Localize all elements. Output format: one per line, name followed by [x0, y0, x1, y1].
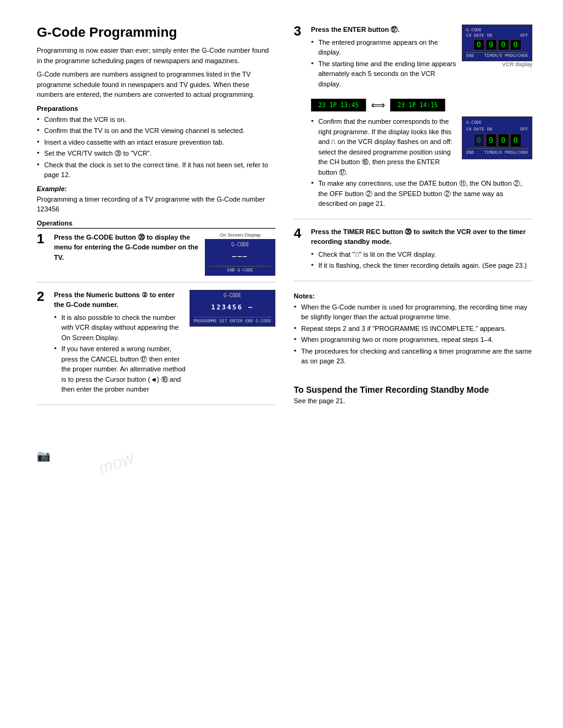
step-4: 4 Press the TIMER REC button ⑳ to switch…	[294, 227, 532, 281]
main-content: G-Code Programming Programming is now ea…	[37, 25, 532, 412]
suspend-title: To Suspend the Timer Recording Standby M…	[294, 385, 532, 395]
step-2-screen-area: G-CODE 123456 — PROGRAMME SET ENTER END …	[190, 290, 275, 398]
screen-1-line1: G-CODE	[209, 242, 271, 248]
note-3: When programming two or more programmes,…	[294, 335, 532, 345]
example-text: Programming a timer recording of a TV pr…	[37, 194, 275, 214]
prep-item-5: Check that the clock is set to the corre…	[37, 160, 275, 180]
intro-para-1: Programming is now easier than ever; sim…	[37, 45, 275, 66]
prep-item-3: Insert a video cassette with an intact e…	[37, 137, 275, 148]
left-column: G-Code Programming Programming is now ea…	[37, 25, 275, 412]
note-4: The procedures for checking and cancelli…	[294, 346, 532, 366]
screen-1-line3: END G-CODE	[209, 266, 271, 273]
vcr-img1-bottom: ENDTIMER/E PROG/CHEK	[466, 52, 528, 58]
step-4-item-1: Check that "⎍" is lit on the VCR display…	[311, 249, 532, 260]
step-4-bullets: Check that "⎍" is lit on the VCR display…	[311, 249, 532, 271]
step-2-title: Press the Numeric buttons ② to enter the…	[54, 290, 186, 310]
step-3-bullets1: The entered programme appears on the dis…	[311, 37, 458, 89]
vcr-screen-2: 23 1P 14:15	[390, 99, 445, 112]
step-2-bullets: It is also possible to check the number …	[54, 313, 186, 395]
step-3-item-1: The entered programme appears on the dis…	[311, 37, 458, 58]
notes-list: When the G-Code number is used for progr…	[294, 302, 532, 366]
step-2-text: Press the Numeric buttons ② to enter the…	[54, 290, 186, 398]
vcr-img1-top: G-CODE	[466, 28, 528, 32]
right-column: 3 Press the ENTER button ⑰. The entered …	[294, 25, 532, 412]
intro-para-2: G-Code numbers are numbers assigned to p…	[37, 69, 275, 100]
step-1-screen-area: On Screen Display G-CODE ——— END G-CODE	[205, 232, 275, 276]
note-1: When the G-Code number is used for progr…	[294, 302, 532, 322]
vcr-img2-top: G-CODE	[466, 119, 528, 126]
vcr-img2-digits: 0 9 0 0	[466, 134, 528, 147]
vcr-img2-bottom: ENDTIMER/E PROG/CHEK	[466, 148, 528, 156]
step-3-content: Press the ENTER button ⑰. The entered pr…	[311, 25, 532, 213]
step-3-title: Press the ENTER button ⑰.	[311, 25, 458, 35]
vcr-displays: 23 1P 13:45 ⟺ 23 1P 14:15	[311, 99, 532, 112]
vcr-screen-1: 23 1P 13:45	[311, 99, 366, 112]
step-1-content: Press the G-CODE button ⑳ to display the…	[54, 232, 275, 276]
step-4-number: 4	[294, 227, 306, 275]
screen-1-line2: ———	[209, 252, 271, 260]
on-screen-label-1: On Screen Display	[205, 232, 275, 238]
prep-item-4: Set the VCR/TV switch ⑳ to "VCR".	[37, 148, 275, 159]
step-3-number: 3	[294, 25, 306, 213]
vcr-img1-row1: CH DATE ONOFF	[466, 33, 528, 38]
vcr-image-1: G-CODE CH DATE ONOFF 0 9 0 0	[462, 25, 532, 61]
notes-section: Notes: When the G-Code number is used fo…	[294, 290, 532, 366]
prep-item-1: Confirm that the VCR is on.	[37, 115, 275, 125]
vcr-image-2: G-CODE CH DATE ONOFF 0 9 0	[462, 116, 532, 159]
step-1-number: 1	[37, 232, 49, 276]
preparations-list: Confirm that the VCR is on. Confirm that…	[37, 115, 275, 180]
step-3-inner: Press the ENTER button ⑰. The entered pr…	[311, 25, 532, 93]
step-1-inner: Press the G-CODE button ⑳ to display the…	[54, 232, 275, 276]
step-3-item-3: Confirm that the number corresponds to t…	[311, 116, 532, 177]
screen-2-line1: G-CODE	[194, 293, 271, 298]
screen-2-line3: PROGRAMME SET ENTER END G-CODE	[194, 317, 271, 324]
step-3-item3-img: G-CODE CH DATE ONOFF 0 9 0	[462, 116, 532, 177]
step-3: 3 Press the ENTER button ⑰. The entered …	[294, 25, 532, 219]
footer-icon: 📷	[37, 449, 50, 463]
arrow-icon: ⟺	[371, 99, 385, 111]
screen-2: G-CODE 123456 — PROGRAMME SET ENTER END …	[190, 290, 275, 327]
operations-heading: Operations	[37, 219, 275, 229]
step-2-number: 2	[37, 290, 49, 398]
suspend-section: To Suspend the Timer Recording Standby M…	[294, 385, 532, 404]
step-2-item-1: It is also possible to check the number …	[54, 313, 186, 343]
step-2-content: Press the Numeric buttons ② to enter the…	[54, 290, 275, 398]
step-3-bullets2: Confirm that the number corresponds to t…	[311, 116, 532, 209]
prep-item-2: Confirm that the TV is on and the VCR vi…	[37, 126, 275, 136]
step-4-title: Press the TIMER REC button ⑳ to switch t…	[311, 227, 532, 247]
step-3-item-4: To make any corrections, use the DATE bu…	[311, 178, 532, 209]
step-1-text: Press the G-CODE button ⑳ to display the…	[54, 232, 201, 276]
suspend-text: See the page 21.	[294, 397, 532, 404]
vcr-img2-row1: CH DATE ONOFF	[466, 126, 528, 133]
page-container: G-Code Programming Programming is now ea…	[37, 25, 532, 463]
step-4-content: Press the TIMER REC button ⑳ to switch t…	[311, 227, 532, 275]
step-1: 1 Press the G-CODE button ⑳ to display t…	[37, 232, 275, 282]
vcr-displays-row: 23 1P 13:45 ⟺ 23 1P 14:15	[311, 99, 532, 112]
step-3-item3-text: Confirm that the number corresponds to t…	[318, 116, 458, 177]
note-2: Repeat steps 2 and 3 if "PROGRAMME IS IN…	[294, 324, 532, 334]
page-footer: 📷	[37, 412, 532, 463]
step-1-title: Press the G-CODE button ⑳ to display the…	[54, 232, 201, 263]
step-4-item-2: If it is flashing, check the timer recor…	[311, 260, 532, 271]
step-2-item-2: If you have entered a wrong number, pres…	[54, 344, 186, 395]
vcr-display-label: VCR display	[462, 61, 532, 67]
example-heading: Example:	[37, 185, 275, 192]
screen-2-line2: 123456 —	[194, 303, 271, 311]
notes-heading: Notes:	[294, 292, 532, 300]
step-3-screen-area: G-CODE CH DATE ONOFF 0 9 0 0	[462, 25, 532, 93]
step-3-item-2: The starting time and the ending time ap…	[311, 59, 458, 89]
page-title: G-Code Programming	[37, 25, 275, 40]
step-3-text: Press the ENTER button ⑰. The entered pr…	[311, 25, 458, 93]
step-2-inner: Press the Numeric buttons ② to enter the…	[54, 290, 275, 398]
step-3-item3-inner: Confirm that the number corresponds to t…	[318, 116, 532, 177]
screen-1: G-CODE ——— END G-CODE	[205, 239, 275, 276]
preparations-heading: Preparations	[37, 105, 275, 112]
step-2: 2 Press the Numeric buttons ② to enter t…	[37, 290, 275, 405]
vcr-img1-digits: 0 9 0 0	[466, 39, 528, 50]
